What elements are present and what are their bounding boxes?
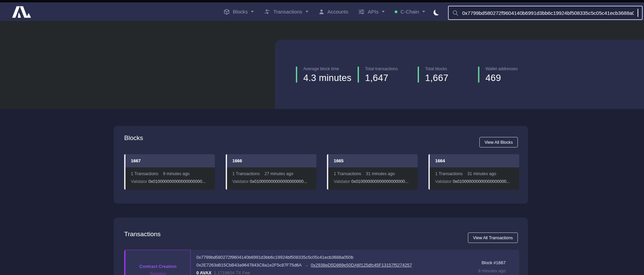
stat-label: Total blocks (425, 66, 448, 71)
nav-label-transactions: Transactions (273, 9, 302, 15)
transaction-type: Contract Creation (139, 264, 176, 269)
block-card-header: 1667 (125, 154, 215, 167)
transaction-amount: 0 AVAX (196, 270, 212, 275)
nav-label-apis: APIs (368, 9, 379, 15)
transaction-from-address: 0x2E7263d815CbB43a9647843C8a1e2F5c87F75d… (196, 263, 302, 268)
transaction-meta: Block #1667 9 minutes ago (478, 260, 506, 273)
transactions-section-title: Transactions (124, 230, 161, 238)
window-top-strip (0, 0, 644, 2)
block-card[interactable]: 1666 1 Transactions 27 minutes ago Valid… (226, 154, 316, 190)
block-number: 1664 (435, 158, 445, 163)
nav-item-chain-selector[interactable]: C-Chain (395, 9, 425, 15)
nav-label-accounts: Accounts (328, 9, 348, 15)
sliders-icon (358, 9, 365, 15)
nav-menu: Blocks Transactions Accounts A (224, 2, 444, 21)
block-number: 1666 (232, 158, 242, 163)
nav-item-apis[interactable]: APIs (358, 9, 385, 15)
block-card-header: 1665 (328, 154, 418, 167)
stat-label: Wallet addresses (485, 66, 517, 71)
transactions-section: Transactions View All Transactions Contr… (114, 218, 528, 275)
block-age: 31 minutes ago (467, 171, 496, 176)
stat-value: 4.3 minutes (303, 73, 352, 83)
validator-address: 0x010000000000000000000... (250, 179, 307, 184)
navbar: Blocks Transactions Accounts A (0, 2, 644, 21)
transaction-type-badge: Contract Creation Success (124, 250, 191, 275)
validator-label: Validator (232, 179, 249, 184)
block-card-body: 1 Transactions 9 minutes ago Validator 0… (125, 167, 215, 184)
cube-icon (224, 9, 230, 15)
nav-label-blocks: Blocks (233, 9, 248, 15)
nav-item-transactions[interactable]: Transactions (264, 9, 308, 15)
view-all-blocks-button[interactable]: View All Blocks (479, 137, 518, 147)
text-caret (638, 9, 638, 17)
blocks-section-title: Blocks (124, 134, 143, 142)
validator-address: 0x010000000000000000000... (453, 179, 510, 184)
block-card-list: 1667 1 Transactions 9 minutes ago Valida… (124, 154, 519, 190)
transaction-row[interactable]: Contract Creation Success 0x7799bd580272… (124, 250, 519, 275)
block-card-header: 1666 (227, 154, 316, 167)
transaction-fee: 1.1718604 TX Fee (214, 270, 250, 275)
stats-panel: Average block time 4.3 minutes Total tra… (275, 40, 644, 109)
stat-accent-bar (478, 66, 479, 83)
block-card-body: 1 Transactions 31 minutes ago Validator … (430, 167, 519, 184)
block-age: 31 minutes ago (366, 171, 395, 176)
stat-value: 1,667 (425, 73, 448, 83)
green-dot-icon (395, 10, 397, 13)
block-tx-count: 1 Transactions (334, 171, 361, 176)
stat-accent-bar (358, 66, 359, 83)
block-card-body: 1 Transactions 31 minutes ago Validator … (328, 167, 418, 184)
chevron-down-icon (382, 11, 385, 12)
avalanche-logo[interactable] (12, 6, 31, 18)
validator-label: Validator (334, 179, 350, 184)
stat-wallet-addresses: Wallet addresses 469 (478, 66, 517, 83)
transaction-block-number: Block #1667 (478, 260, 506, 265)
block-tx-count: 1 Transactions (435, 171, 463, 176)
stat-label: Average block time (303, 66, 352, 71)
stat-average-block-time: Average block time 4.3 minutes (296, 66, 352, 83)
block-card-header: 1664 (430, 154, 519, 167)
transaction-to-address-link[interactable]: 0x2938eD5D869e50DA6f125dfc45F13157f52742… (311, 263, 412, 268)
stat-total-transactions: Total transactions 1,647 (358, 66, 398, 83)
transaction-hash: 0x7799bd580272f9604140b6991d3bb6c19924bf… (196, 255, 412, 260)
validator-address: 0x010000000000000000000... (148, 179, 206, 184)
moon-icon[interactable] (435, 8, 442, 15)
block-tx-count: 1 Transactions (232, 171, 260, 176)
stat-value: 1,647 (365, 73, 398, 83)
search-value: 0x7799bd580272f9604140b6991d3bb6c19924bf… (462, 10, 634, 16)
nav-label-chain: C-Chain (400, 9, 419, 15)
block-tx-count: 1 Transactions (131, 171, 158, 176)
hero-banner: Average block time 4.3 minutes Total tra… (0, 21, 644, 109)
swap-icon (264, 9, 270, 15)
block-age: 27 minutes ago (264, 171, 293, 176)
chevron-down-icon (306, 11, 308, 12)
blocks-section: Blocks View All Blocks 1667 1 Transactio… (114, 126, 528, 203)
transaction-details: 0x7799bd580272f9604140b6991d3bb6c19924bf… (196, 255, 412, 275)
chevron-down-icon (422, 11, 425, 12)
stat-label: Total transactions (365, 66, 398, 71)
chevron-down-icon (251, 11, 254, 12)
transaction-age: 9 minutes ago (478, 268, 506, 273)
block-number: 1665 (334, 158, 343, 163)
transaction-status: Success (149, 271, 166, 275)
search-icon (452, 10, 458, 16)
stat-value: 469 (485, 73, 517, 83)
validator-label: Validator (131, 179, 147, 184)
block-number: 1667 (131, 158, 141, 163)
stat-total-blocks: Total blocks 1,667 (418, 66, 448, 83)
view-all-transactions-button[interactable]: View All Transactions (468, 232, 518, 243)
block-card[interactable]: 1665 1 Transactions 31 minutes ago Valid… (327, 154, 418, 190)
stat-accent-bar (418, 66, 419, 83)
person-icon (318, 9, 325, 15)
nav-item-blocks[interactable]: Blocks (224, 9, 254, 15)
validator-label: Validator (435, 179, 451, 184)
block-card[interactable]: 1667 1 Transactions 9 minutes ago Valida… (124, 154, 215, 190)
block-card[interactable]: 1664 1 Transactions 31 minutes ago Valid… (428, 154, 519, 190)
search-input[interactable]: 0x7799bd580272f9604140b6991d3bb6c19924bf… (448, 6, 643, 20)
nav-item-accounts[interactable]: Accounts (318, 9, 348, 15)
arrow-right-icon: → (302, 263, 311, 268)
block-age: 9 minutes ago (163, 171, 190, 176)
validator-address: 0x010000000000000000000... (351, 179, 409, 184)
stat-accent-bar (296, 66, 297, 83)
block-card-body: 1 Transactions 27 minutes ago Validator … (227, 167, 316, 184)
